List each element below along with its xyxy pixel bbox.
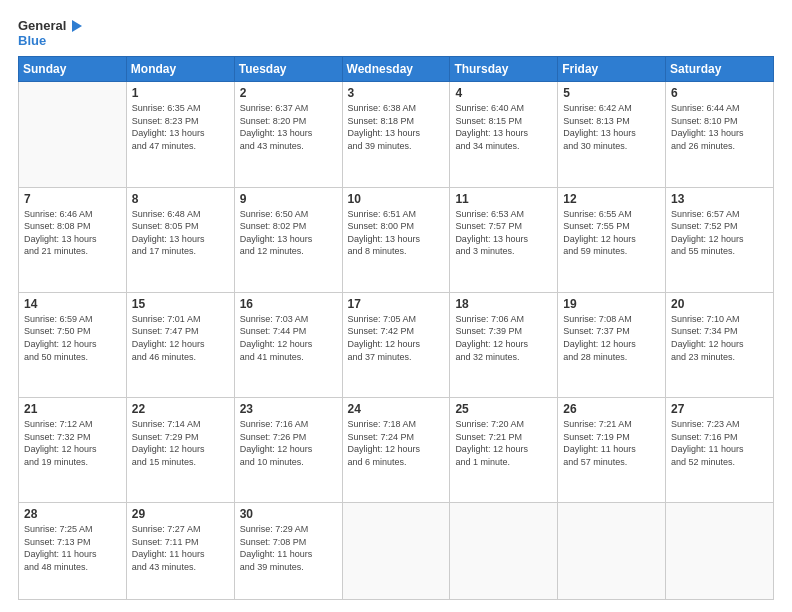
day-number: 1 (132, 86, 229, 100)
day-info: Sunrise: 7:08 AM Sunset: 7:37 PM Dayligh… (563, 313, 660, 363)
weekday-header: Thursday (450, 57, 558, 82)
calendar-cell: 19Sunrise: 7:08 AM Sunset: 7:37 PM Dayli… (558, 292, 666, 397)
day-number: 15 (132, 297, 229, 311)
calendar-cell (19, 82, 127, 187)
day-info: Sunrise: 6:46 AM Sunset: 8:08 PM Dayligh… (24, 208, 121, 258)
day-number: 29 (132, 507, 229, 521)
day-number: 19 (563, 297, 660, 311)
day-number: 11 (455, 192, 552, 206)
day-number: 14 (24, 297, 121, 311)
calendar-cell: 2Sunrise: 6:37 AM Sunset: 8:20 PM Daylig… (234, 82, 342, 187)
day-number: 25 (455, 402, 552, 416)
day-number: 22 (132, 402, 229, 416)
day-number: 23 (240, 402, 337, 416)
day-number: 10 (348, 192, 445, 206)
day-number: 26 (563, 402, 660, 416)
calendar-cell: 29Sunrise: 7:27 AM Sunset: 7:11 PM Dayli… (126, 503, 234, 600)
calendar-cell: 22Sunrise: 7:14 AM Sunset: 7:29 PM Dayli… (126, 398, 234, 503)
logo-blue: Blue (18, 34, 46, 48)
day-number: 2 (240, 86, 337, 100)
calendar-cell: 18Sunrise: 7:06 AM Sunset: 7:39 PM Dayli… (450, 292, 558, 397)
calendar-cell: 20Sunrise: 7:10 AM Sunset: 7:34 PM Dayli… (666, 292, 774, 397)
day-info: Sunrise: 7:12 AM Sunset: 7:32 PM Dayligh… (24, 418, 121, 468)
day-number: 28 (24, 507, 121, 521)
calendar-cell: 8Sunrise: 6:48 AM Sunset: 8:05 PM Daylig… (126, 187, 234, 292)
day-number: 4 (455, 86, 552, 100)
day-number: 20 (671, 297, 768, 311)
day-info: Sunrise: 6:40 AM Sunset: 8:15 PM Dayligh… (455, 102, 552, 152)
day-number: 12 (563, 192, 660, 206)
day-number: 17 (348, 297, 445, 311)
calendar-cell: 17Sunrise: 7:05 AM Sunset: 7:42 PM Dayli… (342, 292, 450, 397)
calendar-cell: 25Sunrise: 7:20 AM Sunset: 7:21 PM Dayli… (450, 398, 558, 503)
calendar-cell: 16Sunrise: 7:03 AM Sunset: 7:44 PM Dayli… (234, 292, 342, 397)
calendar-cell: 6Sunrise: 6:44 AM Sunset: 8:10 PM Daylig… (666, 82, 774, 187)
day-info: Sunrise: 6:50 AM Sunset: 8:02 PM Dayligh… (240, 208, 337, 258)
day-info: Sunrise: 6:51 AM Sunset: 8:00 PM Dayligh… (348, 208, 445, 258)
day-info: Sunrise: 6:38 AM Sunset: 8:18 PM Dayligh… (348, 102, 445, 152)
day-number: 16 (240, 297, 337, 311)
day-info: Sunrise: 7:10 AM Sunset: 7:34 PM Dayligh… (671, 313, 768, 363)
day-info: Sunrise: 7:01 AM Sunset: 7:47 PM Dayligh… (132, 313, 229, 363)
day-number: 8 (132, 192, 229, 206)
day-number: 30 (240, 507, 337, 521)
calendar-cell: 26Sunrise: 7:21 AM Sunset: 7:19 PM Dayli… (558, 398, 666, 503)
calendar-cell: 15Sunrise: 7:01 AM Sunset: 7:47 PM Dayli… (126, 292, 234, 397)
calendar-cell (558, 503, 666, 600)
calendar-cell: 11Sunrise: 6:53 AM Sunset: 7:57 PM Dayli… (450, 187, 558, 292)
day-info: Sunrise: 6:37 AM Sunset: 8:20 PM Dayligh… (240, 102, 337, 152)
header: General Blue (18, 18, 774, 48)
weekday-header: Monday (126, 57, 234, 82)
day-number: 7 (24, 192, 121, 206)
day-number: 3 (348, 86, 445, 100)
logo: General Blue (18, 18, 84, 48)
day-info: Sunrise: 7:29 AM Sunset: 7:08 PM Dayligh… (240, 523, 337, 573)
day-number: 9 (240, 192, 337, 206)
calendar-cell: 28Sunrise: 7:25 AM Sunset: 7:13 PM Dayli… (19, 503, 127, 600)
day-info: Sunrise: 7:25 AM Sunset: 7:13 PM Dayligh… (24, 523, 121, 573)
calendar-cell (666, 503, 774, 600)
calendar-cell: 1Sunrise: 6:35 AM Sunset: 8:23 PM Daylig… (126, 82, 234, 187)
calendar-cell: 3Sunrise: 6:38 AM Sunset: 8:18 PM Daylig… (342, 82, 450, 187)
day-info: Sunrise: 6:42 AM Sunset: 8:13 PM Dayligh… (563, 102, 660, 152)
day-number: 13 (671, 192, 768, 206)
day-info: Sunrise: 7:06 AM Sunset: 7:39 PM Dayligh… (455, 313, 552, 363)
day-info: Sunrise: 7:20 AM Sunset: 7:21 PM Dayligh… (455, 418, 552, 468)
calendar-cell (450, 503, 558, 600)
calendar-cell: 10Sunrise: 6:51 AM Sunset: 8:00 PM Dayli… (342, 187, 450, 292)
calendar-cell: 21Sunrise: 7:12 AM Sunset: 7:32 PM Dayli… (19, 398, 127, 503)
day-number: 5 (563, 86, 660, 100)
logo-general: General (18, 19, 66, 33)
calendar-table: SundayMondayTuesdayWednesdayThursdayFrid… (18, 56, 774, 600)
day-info: Sunrise: 6:35 AM Sunset: 8:23 PM Dayligh… (132, 102, 229, 152)
svg-marker-0 (72, 20, 82, 32)
calendar-cell: 9Sunrise: 6:50 AM Sunset: 8:02 PM Daylig… (234, 187, 342, 292)
page: General Blue SundayMondayTuesdayWednesda… (0, 0, 792, 612)
weekday-header: Sunday (19, 57, 127, 82)
day-number: 6 (671, 86, 768, 100)
day-info: Sunrise: 6:53 AM Sunset: 7:57 PM Dayligh… (455, 208, 552, 258)
day-info: Sunrise: 6:48 AM Sunset: 8:05 PM Dayligh… (132, 208, 229, 258)
day-info: Sunrise: 7:03 AM Sunset: 7:44 PM Dayligh… (240, 313, 337, 363)
calendar-cell: 7Sunrise: 6:46 AM Sunset: 8:08 PM Daylig… (19, 187, 127, 292)
calendar-cell: 13Sunrise: 6:57 AM Sunset: 7:52 PM Dayli… (666, 187, 774, 292)
day-number: 21 (24, 402, 121, 416)
weekday-header: Wednesday (342, 57, 450, 82)
weekday-header: Tuesday (234, 57, 342, 82)
logo-box: General Blue (18, 18, 84, 48)
day-info: Sunrise: 6:57 AM Sunset: 7:52 PM Dayligh… (671, 208, 768, 258)
day-info: Sunrise: 7:23 AM Sunset: 7:16 PM Dayligh… (671, 418, 768, 468)
day-info: Sunrise: 6:55 AM Sunset: 7:55 PM Dayligh… (563, 208, 660, 258)
day-info: Sunrise: 7:16 AM Sunset: 7:26 PM Dayligh… (240, 418, 337, 468)
calendar-cell (342, 503, 450, 600)
calendar-cell: 27Sunrise: 7:23 AM Sunset: 7:16 PM Dayli… (666, 398, 774, 503)
calendar-cell: 14Sunrise: 6:59 AM Sunset: 7:50 PM Dayli… (19, 292, 127, 397)
day-info: Sunrise: 7:05 AM Sunset: 7:42 PM Dayligh… (348, 313, 445, 363)
calendar-cell: 30Sunrise: 7:29 AM Sunset: 7:08 PM Dayli… (234, 503, 342, 600)
day-info: Sunrise: 7:18 AM Sunset: 7:24 PM Dayligh… (348, 418, 445, 468)
calendar-cell: 4Sunrise: 6:40 AM Sunset: 8:15 PM Daylig… (450, 82, 558, 187)
day-number: 18 (455, 297, 552, 311)
weekday-header: Saturday (666, 57, 774, 82)
day-info: Sunrise: 7:14 AM Sunset: 7:29 PM Dayligh… (132, 418, 229, 468)
day-number: 27 (671, 402, 768, 416)
